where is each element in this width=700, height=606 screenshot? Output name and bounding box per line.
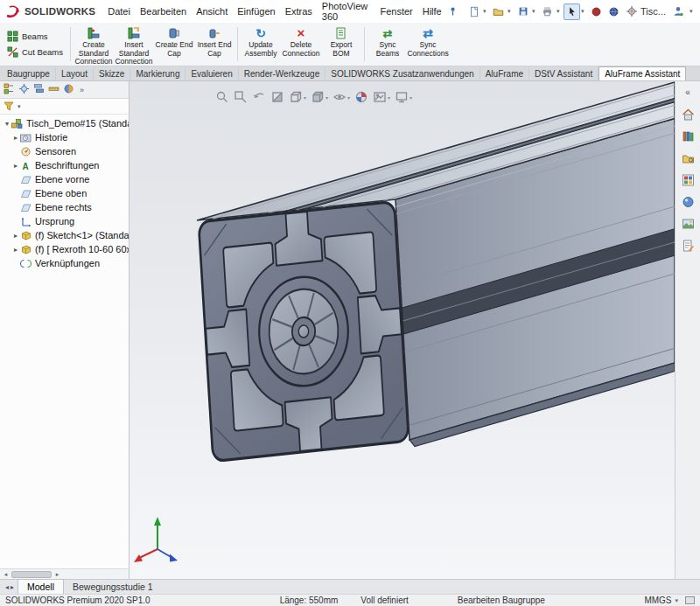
export-bom-button[interactable]: Export BOM: [321, 24, 361, 64]
scroll-left-icon[interactable]: ◂: [1, 571, 10, 578]
display-style-icon[interactable]: ▾: [311, 90, 328, 104]
menu-ansicht[interactable]: Ansicht: [192, 3, 232, 19]
tree-item-root[interactable]: ▾ Tisch_Demo#15 (Standard<Anzeigest: [0, 116, 129, 130]
appearances-icon[interactable]: [680, 193, 696, 210]
configurationmanager-tab[interactable]: [33, 83, 45, 96]
delete-connection-button[interactable]: × Delete Connection: [281, 24, 321, 64]
expand-arrow-icon[interactable]: ▸: [11, 162, 20, 170]
tab-scroll-right-icon[interactable]: ▸: [10, 583, 14, 591]
hide-show-items-icon[interactable]: ▾: [332, 90, 350, 104]
view-palette-icon[interactable]: [680, 171, 696, 188]
tab-render-werkzeuge[interactable]: Render-Werkzeuge: [239, 67, 326, 80]
menu-hilfe[interactable]: Hilfe: [418, 3, 446, 19]
insert-end-cap-button[interactable]: Insert End Cap: [194, 24, 234, 64]
login-caret-icon[interactable]: ▾: [690, 8, 696, 15]
print-icon[interactable]: [539, 3, 556, 20]
design-library-icon[interactable]: [680, 128, 696, 144]
view-orientation-icon[interactable]: ▾: [289, 90, 306, 104]
tree-item-historie[interactable]: ▸ Historie: [0, 130, 129, 144]
view-settings-icon[interactable]: ▾: [395, 90, 412, 104]
expand-arrow-icon[interactable]: ▸: [11, 232, 20, 240]
filter-caret-icon[interactable]: ▾: [18, 103, 21, 110]
new-document-icon[interactable]: [466, 3, 482, 20]
cut-beams-button[interactable]: Cut Beams: [5, 45, 65, 59]
panel-horizontal-scrollbar[interactable]: ◂ ▸: [0, 568, 129, 579]
menu-einfuegen[interactable]: Einfügen: [233, 3, 279, 19]
section-view-icon[interactable]: [270, 90, 284, 104]
expand-arrow-icon[interactable]: ▸: [11, 246, 20, 254]
tree-filter-row[interactable]: ▾: [0, 99, 129, 115]
tab-scroll-left-icon[interactable]: ◂: [5, 583, 9, 591]
menu-datei[interactable]: Datei: [103, 3, 135, 19]
custom-properties-icon[interactable]: [680, 237, 696, 254]
tab-aluframe-assistant[interactable]: AluFrame Assistant: [598, 66, 686, 80]
pin-icon[interactable]: [447, 3, 459, 20]
file-explorer-icon[interactable]: [680, 150, 696, 166]
select-arrow-icon[interactable]: [564, 3, 580, 20]
tree-item-ebene-vorne[interactable]: Ebene vorne: [0, 172, 129, 186]
new-caret-icon[interactable]: ▾: [483, 8, 489, 15]
displaymanager-tab[interactable]: [63, 83, 74, 96]
insert-standard-connection-button[interactable]: Insert Standard Connection: [114, 24, 154, 64]
tree-item-verknuepfungen[interactable]: Verknüpfungen: [0, 256, 129, 270]
tree-item-sensoren[interactable]: Sensoren: [0, 144, 129, 158]
zoom-area-icon[interactable]: [234, 90, 248, 104]
zoom-fit-icon[interactable]: [215, 90, 229, 104]
expand-arrow-icon[interactable]: ▸: [11, 134, 20, 142]
tab-aluframe[interactable]: AluFrame: [480, 67, 529, 80]
tab-skizze[interactable]: Skizze: [94, 67, 130, 80]
tab-layout[interactable]: Layout: [56, 67, 94, 80]
scenes-icon[interactable]: [680, 215, 696, 232]
select-caret-icon[interactable]: ▾: [581, 8, 587, 15]
sync-connections-button[interactable]: ⇄ Sync Connections: [408, 24, 448, 64]
tree-item-beschriftungen[interactable]: ▸ A Beschriftungen: [0, 158, 129, 172]
tree-item-ebene-oben[interactable]: Ebene oben: [0, 186, 129, 200]
print-caret-icon[interactable]: ▾: [556, 8, 563, 15]
plane-icon: [20, 188, 32, 199]
scrollbar-thumb[interactable]: [11, 571, 52, 578]
tree-item-sketch[interactable]: ▸ (f) Sketch<1> (Standard<<Standa: [0, 228, 129, 242]
tab-modell[interactable]: Modell: [18, 579, 64, 594]
expand-arrow-icon[interactable]: ▾: [3, 120, 11, 128]
panel-overflow-chevrons-icon[interactable]: »: [80, 86, 84, 94]
tab-bewegungsstudie[interactable]: Bewegungsstudie 1: [64, 580, 162, 594]
open-icon[interactable]: [490, 3, 507, 20]
dimxpert-tab[interactable]: [48, 83, 60, 96]
tree-item-rexroth-profile[interactable]: ▸ (f) [ Rexroth 10-60 60x60 8f3da8bc: [0, 242, 129, 256]
save-icon[interactable]: [514, 3, 531, 20]
tab-evaluieren[interactable]: Evaluieren: [186, 67, 238, 80]
save-caret-icon[interactable]: ▾: [532, 8, 538, 15]
menu-photoview[interactable]: PhotoView 360: [318, 0, 375, 24]
units-caret-icon[interactable]: ▾: [675, 597, 678, 604]
create-standard-connection-button[interactable]: Create Standard Connection: [74, 24, 114, 64]
tab-zusatzanwendungen[interactable]: SOLIDWORKS Zusatzanwendungen: [326, 67, 480, 80]
taskpane-toggle-icon[interactable]: [685, 596, 695, 604]
rebuild-sphere-red-icon[interactable]: [588, 3, 605, 20]
solidworks-resources-home-icon[interactable]: [680, 106, 696, 122]
open-caret-icon[interactable]: ▾: [508, 8, 514, 15]
previous-view-icon[interactable]: [252, 90, 266, 104]
menu-extras[interactable]: Extras: [281, 3, 317, 19]
tab-baugruppe[interactable]: Baugruppe: [2, 67, 56, 80]
tree-item-ursprung[interactable]: Ursprung: [0, 214, 129, 228]
propertymanager-tab[interactable]: [18, 83, 30, 96]
scroll-right-icon[interactable]: ▸: [52, 571, 62, 578]
edit-appearance-icon[interactable]: [354, 90, 368, 104]
tab-dstv-assistant[interactable]: DStV Assistant: [529, 67, 598, 80]
collapse-chevrons-icon[interactable]: «: [680, 84, 696, 101]
sync-beams-button[interactable]: ⇄ Sync Beams: [368, 24, 408, 64]
login-person-icon[interactable]: [669, 3, 686, 20]
tree-item-ebene-rechts[interactable]: Ebene rechts: [0, 200, 129, 214]
menu-fenster[interactable]: Fenster: [375, 3, 416, 19]
units-selector[interactable]: MMGS: [644, 596, 671, 605]
beams-button[interactable]: Beams: [5, 30, 65, 43]
menu-bearbeiten[interactable]: Bearbeiten: [136, 3, 191, 19]
create-standard-connection-icon: [87, 26, 101, 40]
tab-markierung[interactable]: Markierung: [130, 67, 186, 80]
featuremanager-tab[interactable]: [4, 83, 15, 96]
update-assembly-button[interactable]: ↻ Update Assembly: [241, 24, 281, 64]
create-end-cap-button[interactable]: Create End Cap: [154, 24, 194, 64]
globe-blue-icon[interactable]: [606, 3, 622, 20]
apply-scene-icon[interactable]: ▾: [373, 90, 390, 104]
options-gear-icon[interactable]: [623, 3, 640, 20]
